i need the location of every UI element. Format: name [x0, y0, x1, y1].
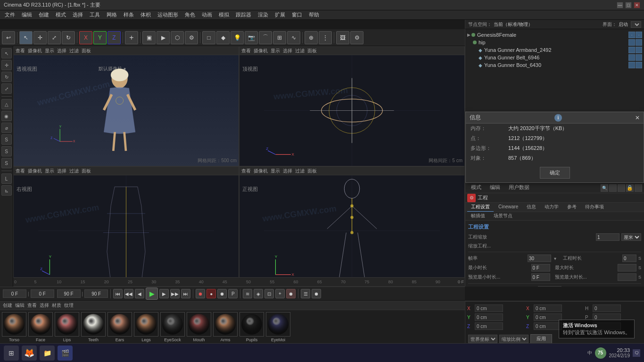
right-vp-display[interactable]: 显示	[45, 168, 54, 174]
notification-btn[interactable]: 🗨	[633, 349, 640, 357]
mat-legs[interactable]: Legs	[134, 312, 158, 342]
interface-select[interactable]	[631, 21, 641, 28]
vp-select[interactable]: 选择	[57, 48, 66, 54]
right-viewport[interactable]: 查看 摄像机 显示 选择 过滤 面板 www.CGMXW.com 右视图	[13, 166, 239, 287]
project-length-input[interactable]	[622, 255, 636, 262]
pos-x-value[interactable]: 0 cm	[475, 304, 503, 312]
viewport-settings-btn[interactable]: ⚙	[350, 31, 363, 44]
left-tool-9[interactable]: S	[1, 146, 12, 156]
mode-lock-icon[interactable]: 🔒	[626, 184, 634, 192]
rotate-btn[interactable]: ↻	[62, 31, 75, 44]
right-vp-panel[interactable]: 面板	[82, 168, 91, 174]
menu-select[interactable]: 选择	[70, 10, 86, 19]
start-frame-input[interactable]	[31, 289, 54, 298]
menu-tools[interactable]: 工具	[87, 10, 103, 19]
mat-select[interactable]: 选择	[40, 302, 49, 309]
genesis-icon-2[interactable]: ·	[636, 32, 642, 38]
subtab-reference[interactable]: 参考	[563, 203, 580, 212]
subtab-todo[interactable]: 待办事项	[581, 203, 608, 212]
current-frame-input[interactable]	[3, 289, 26, 298]
next-frame-btn[interactable]: ▶▶	[170, 289, 180, 298]
tab-edit[interactable]: 编辑	[486, 183, 504, 193]
texture-btn[interactable]: 🖼	[336, 31, 349, 44]
menu-file[interactable]: 文件	[2, 10, 18, 19]
add-btn[interactable]: +	[125, 31, 138, 44]
left-tool-11[interactable]: L	[1, 173, 12, 184]
right-vp-select[interactable]: 选择	[57, 168, 66, 174]
menu-simulate[interactable]: 模拟	[216, 10, 232, 19]
scale-select[interactable]: 缩放比例	[499, 335, 528, 343]
mat-eyemoi[interactable]: EyeMoi	[266, 312, 290, 342]
select-btn[interactable]: ↖	[19, 31, 33, 44]
max-length-input[interactable]	[618, 264, 636, 272]
record-mode-btn[interactable]: ●	[206, 289, 216, 298]
left-tool-12[interactable]: ⊾	[1, 185, 12, 196]
menu-window[interactable]: 窗口	[289, 10, 305, 19]
left-tool-3[interactable]: ↻	[1, 72, 12, 82]
apply-button[interactable]: 应用	[530, 334, 552, 344]
lod-input[interactable]	[538, 286, 561, 287]
field-btn[interactable]: ∿	[287, 31, 300, 44]
mode-search-icon[interactable]: 🔍	[601, 184, 608, 192]
boot-icon-1[interactable]	[628, 62, 635, 68]
preview-min-input[interactable]	[531, 273, 550, 281]
goto-end-btn[interactable]: ⏭	[181, 289, 190, 298]
menu-tracker[interactable]: 跟踪器	[233, 10, 254, 19]
subtab-frame-interp[interactable]: 帧插值	[467, 212, 489, 221]
info-close-btn[interactable]: ✕	[635, 115, 640, 121]
goto-start-btn[interactable]: ⏮	[113, 289, 123, 298]
boot-icon-2[interactable]	[636, 62, 642, 68]
axis-y-btn[interactable]: Y	[93, 31, 107, 44]
record-btn[interactable]: ⏺	[196, 289, 205, 298]
end-frame-input[interactable]	[57, 289, 81, 298]
taskbar-c4d-btn[interactable]: 🎬	[58, 346, 73, 361]
record-all-btn[interactable]: ⏺	[286, 289, 296, 298]
menu-mode[interactable]: 模式	[53, 10, 69, 19]
tab-mode[interactable]: 模式	[467, 183, 485, 193]
key-mode-btn[interactable]: ◈	[254, 289, 263, 298]
size-z-value[interactable]: 0 cm	[534, 322, 562, 330]
scale-input[interactable]	[596, 233, 619, 241]
left-tool-7[interactable]: ⌀	[1, 123, 12, 133]
armband-icon-1[interactable]	[628, 47, 635, 53]
top-vp-select[interactable]: 选择	[283, 48, 292, 54]
motion-path-btn[interactable]: ≋	[243, 289, 252, 298]
mode-more-icon[interactable]	[635, 184, 642, 192]
window-controls[interactable]: — □ ✕	[617, 2, 640, 8]
autokey-btn[interactable]: ⏺	[217, 289, 227, 298]
play-btn[interactable]: ▶	[157, 31, 170, 44]
scene-item-genesis[interactable]: ▶ Genesis8Female · ·	[465, 31, 644, 39]
top-vp-camera[interactable]: 摄像机	[254, 48, 268, 54]
vp-look[interactable]: 查看	[16, 48, 25, 54]
top-vp-filter[interactable]: 过滤	[295, 48, 305, 54]
size-y-value[interactable]: 0 cm	[534, 313, 562, 321]
render-settings-btn[interactable]: ⚙	[185, 31, 198, 44]
menu-mesh[interactable]: 网格	[104, 10, 120, 19]
left-tool-5[interactable]: △	[1, 99, 12, 109]
mat-mouth[interactable]: Mouth	[187, 312, 211, 342]
key-sel-btn[interactable]: ⌖	[275, 289, 285, 298]
top-viewport[interactable]: 查看 摄像机 显示 选择 过滤 面板 www.CGMXW.com 顶视图	[239, 46, 465, 166]
subtab-scene-nodes[interactable]: 场景节点	[490, 212, 516, 221]
play-stop-btn[interactable]: ▶	[146, 288, 158, 300]
left-tool-6[interactable]: ◉	[1, 111, 12, 121]
light-btn[interactable]: 💡	[231, 31, 244, 44]
coord-system-select[interactable]: 世界坐标	[468, 335, 497, 343]
geo-btn[interactable]: ◆	[216, 31, 230, 44]
grid-snap-btn[interactable]: ⋮	[319, 31, 332, 44]
armband-icon-2[interactable]	[636, 47, 642, 53]
front-vp-panel[interactable]: 面板	[307, 168, 317, 174]
left-tool-8[interactable]: S	[1, 134, 12, 145]
belt-icon-1[interactable]	[628, 54, 635, 61]
mat-teeth[interactable]: Teeth	[81, 312, 106, 342]
vp-filter[interactable]: 过滤	[69, 48, 79, 54]
axis-z-btn[interactable]: Z	[107, 31, 121, 44]
right-vp-camera[interactable]: 摄像机	[28, 168, 42, 174]
camera-tool-btn[interactable]: 📷	[245, 31, 258, 44]
hip-icon-1[interactable]	[628, 39, 635, 46]
mat-ears[interactable]: Ears	[107, 312, 132, 342]
mat-edit[interactable]: 编辑	[15, 302, 25, 309]
menu-spline[interactable]: 样条	[121, 10, 137, 19]
framerate-input[interactable]	[528, 255, 551, 262]
pos-y-value[interactable]: 0 cm	[475, 313, 503, 321]
